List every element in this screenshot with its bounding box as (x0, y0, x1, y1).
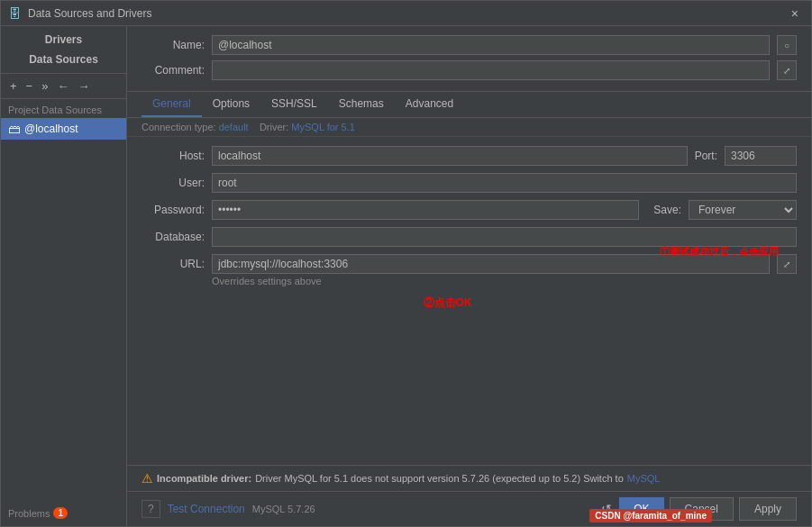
connection-info: Connection type: default Driver: MySQL f… (127, 118, 811, 137)
name-input[interactable] (212, 35, 770, 55)
form-body: Host: Port: User: Password: Save: For (127, 137, 811, 465)
save-select[interactable]: Forever Until restart Never (689, 200, 797, 220)
password-input[interactable] (212, 200, 639, 220)
bottom-right: OK Cancel Apply (619, 497, 797, 521)
remove-button[interactable]: − (23, 77, 37, 95)
host-input[interactable] (212, 146, 688, 166)
dialog-window: 🗄 Data Sources and Drivers × Drivers Dat… (0, 0, 812, 527)
problems-label: Problems (8, 508, 50, 519)
comment-input[interactable] (212, 60, 770, 80)
host-port-row: Host: Port: (141, 146, 797, 166)
ok-button[interactable]: OK (619, 497, 663, 521)
sidebar-item-label: @localhost (24, 123, 78, 135)
name-label: Name: (141, 39, 205, 51)
form-header: Name: ○ Comment: ⤢ (127, 26, 811, 92)
tab-options[interactable]: Options (202, 92, 260, 117)
sidebar-drivers-header: Drivers (1, 26, 126, 50)
right-panel: Name: ○ Comment: ⤢ General Options SSH/S… (127, 26, 811, 526)
overrides-hint: Overrides settings above (141, 276, 797, 286)
password-label: Password: (141, 204, 205, 216)
problems-badge: 1 (53, 507, 68, 519)
database-label: Database: (141, 231, 205, 243)
warning-detail: Driver MySQL for 5.1 does not support ve… (255, 473, 624, 484)
annotation-2: ②点击OK (424, 295, 472, 311)
sidebar-toolbar: + − » ← → (1, 74, 126, 99)
save-label: Save: (653, 204, 681, 216)
project-data-sources-label: Project Data Sources (1, 99, 126, 118)
bottom-bar: ? Test Connection MySQL 5.7.26 ↺ OK Canc… (127, 491, 811, 526)
tab-general[interactable]: General (141, 92, 202, 117)
warning-bar: ⚠ Incompatible driver: Driver MySQL for … (127, 465, 811, 491)
password-row: Password: Save: Forever Until restart Ne… (141, 200, 797, 220)
port-label: Port: (695, 150, 717, 162)
test-connection-link[interactable]: Test Connection (168, 503, 245, 515)
comment-label: Comment: (141, 64, 205, 77)
tab-advanced[interactable]: Advanced (395, 92, 464, 117)
url-input[interactable] (212, 254, 770, 274)
tab-ssh-ssl[interactable]: SSH/SSL (260, 92, 328, 117)
sidebar-item-localhost[interactable]: 🗃 @localhost (1, 118, 126, 140)
connection-type-label: Connection type: (141, 122, 216, 132)
tab-schemas[interactable]: Schemas (328, 92, 395, 117)
comment-row: Comment: ⤢ (141, 60, 797, 80)
app-icon: 🗄 (8, 6, 23, 21)
name-row: Name: ○ (141, 35, 797, 55)
sidebar: Drivers Data Sources + − » ← → Project D… (1, 26, 127, 526)
cancel-button[interactable]: Cancel (670, 497, 734, 521)
tabs-bar: General Options SSH/SSL Schemas Advanced (127, 92, 811, 118)
title-bar: 🗄 Data Sources and Drivers × (1, 1, 811, 26)
add-button[interactable]: + (6, 77, 21, 95)
forward-button[interactable]: → (74, 77, 93, 95)
user-label: User: (141, 177, 205, 189)
main-content: Drivers Data Sources + − » ← → Project D… (1, 26, 811, 526)
annotation-area: ②点击OK (141, 286, 797, 332)
reset-button[interactable]: ↺ (601, 502, 612, 516)
comment-expand-button[interactable]: ⤢ (777, 60, 797, 80)
back-button[interactable]: ← (53, 77, 72, 95)
user-row: User: (141, 173, 797, 193)
help-button[interactable]: ? (141, 500, 160, 518)
database-row: Database: (141, 227, 797, 247)
host-label: Host: (141, 150, 205, 162)
bottom-left: ? Test Connection MySQL 5.7.26 (141, 500, 315, 518)
mysql-version-label: MySQL 5.7.26 (252, 504, 315, 514)
url-section: URL: ⤢ Overrides settings above ①测试成功过后，… (141, 254, 797, 286)
title-bar-text: Data Sources and Drivers (28, 7, 786, 20)
close-button[interactable]: × (786, 5, 804, 23)
database-icon: 🗃 (8, 122, 21, 136)
warning-text: Incompatible driver: (157, 473, 251, 484)
url-label: URL: (141, 258, 205, 270)
port-input[interactable] (725, 146, 797, 166)
sidebar-datasources-header: Data Sources (1, 50, 126, 74)
warning-icon: ⚠ (141, 471, 153, 486)
driver-label: Driver: (260, 122, 288, 132)
apply-button[interactable]: Apply (739, 497, 797, 521)
url-expand-button[interactable]: ⤢ (777, 254, 797, 274)
driver-value[interactable]: MySQL for 5.1 (291, 122, 355, 132)
more-button[interactable]: » (38, 77, 51, 95)
mysql-link[interactable]: MySQL (627, 473, 661, 484)
problems-section: Problems 1 (1, 500, 126, 526)
connection-type-value[interactable]: default (219, 122, 249, 132)
user-input[interactable] (212, 173, 797, 193)
database-input[interactable] (212, 227, 797, 247)
name-expand-button[interactable]: ○ (777, 35, 797, 55)
url-row: URL: ⤢ (141, 254, 797, 274)
